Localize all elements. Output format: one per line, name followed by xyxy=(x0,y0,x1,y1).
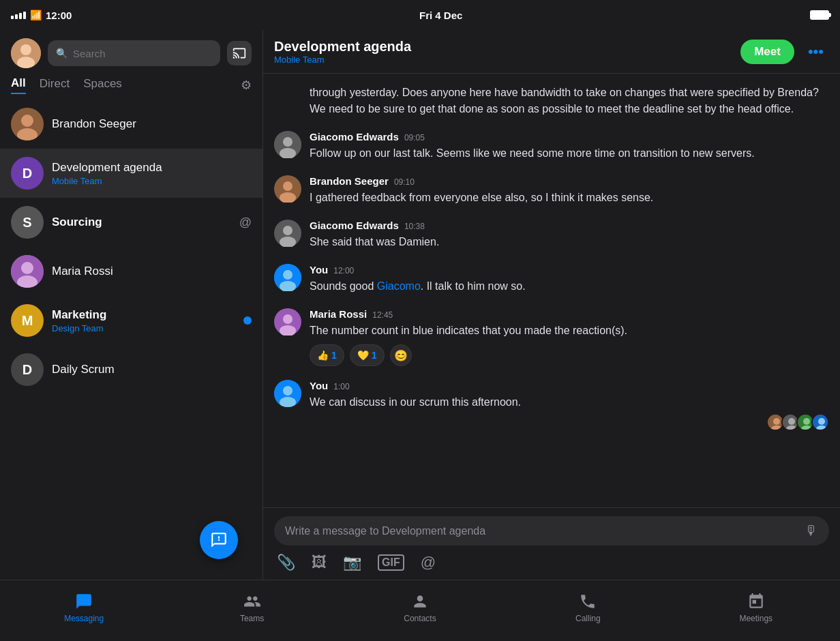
tab-spaces[interactable]: Spaces xyxy=(83,77,122,93)
chat-info-dev-agenda: Development agenda Mobile Team xyxy=(52,161,252,186)
search-input[interactable] xyxy=(73,48,212,59)
meetings-icon xyxy=(747,592,766,611)
chat-header-subtitle: Mobile Team xyxy=(274,55,732,65)
tab-all[interactable]: All xyxy=(11,76,26,94)
chat-info-daily-scrum: Daily Scrum xyxy=(52,363,252,376)
chat-item-marketing[interactable]: M Marketing Design Team xyxy=(0,296,262,345)
avatar-daily-scrum: D xyxy=(11,353,44,386)
at-badge-sourcing: @ xyxy=(239,215,252,230)
svg-point-16 xyxy=(283,226,292,235)
meetings-label: Meetings xyxy=(739,614,772,623)
svg-point-10 xyxy=(283,137,292,147)
message-input-area: Write a message to Development agenda 🎙 … xyxy=(263,507,840,580)
sidebar: 🔍 All Direct Spaces ⚙ xyxy=(0,30,263,580)
svg-point-25 xyxy=(283,386,292,396)
message-input-container[interactable]: Write a message to Development agenda 🎙 xyxy=(274,516,829,546)
message-2: Brandon Seeger 09:10 I gathered feedback… xyxy=(274,175,829,206)
chat-subtitle-dev-agenda: Mobile Team xyxy=(52,176,252,186)
mention-icon[interactable]: @ xyxy=(421,554,436,571)
chat-name-marketing: Marketing xyxy=(52,308,235,322)
search-bar[interactable]: 🔍 xyxy=(48,40,220,66)
svg-point-37 xyxy=(818,418,825,425)
chat-list: Brandon Seeger D Development agenda Mobi… xyxy=(0,100,262,528)
chat-name-brandon: Brandon Seeger xyxy=(52,117,252,131)
reaction-thumbsup[interactable]: 👍 1 xyxy=(310,344,344,366)
nav-calling[interactable]: Calling xyxy=(564,592,612,623)
messaging-label: Messaging xyxy=(64,614,104,623)
svg-point-22 xyxy=(283,314,292,324)
status-left: 📶 12:00 xyxy=(11,10,72,21)
seen-avatar-4 xyxy=(811,413,829,431)
status-date: Fri 4 Dec xyxy=(419,10,462,21)
nav-messaging[interactable]: Messaging xyxy=(60,592,108,623)
reaction-yellow[interactable]: 💛 1 xyxy=(350,344,385,366)
avatar-marketing: M xyxy=(11,304,44,337)
user-avatar[interactable] xyxy=(11,38,41,68)
messaging-icon xyxy=(74,592,93,611)
filter-icon[interactable]: ⚙ xyxy=(241,78,252,93)
message-3: Giacomo Edwards 10:38 She said that was … xyxy=(274,220,829,250)
wifi-icon: 📶 xyxy=(30,10,42,20)
avatar-maria xyxy=(11,255,44,288)
chat-item-brandon[interactable]: Brandon Seeger xyxy=(0,100,262,149)
avatar-maria-5 xyxy=(274,308,301,336)
nav-meetings[interactable]: Meetings xyxy=(732,592,780,623)
contacts-icon xyxy=(410,592,430,611)
gif-icon[interactable]: GIF xyxy=(378,554,404,571)
svg-point-13 xyxy=(283,181,292,191)
more-options-button[interactable]: ••• xyxy=(802,40,829,63)
avatar-sourcing: S xyxy=(11,206,44,239)
message-5: Maria Rossi 12:45 The number count in bl… xyxy=(274,308,829,366)
unread-badge-marketing xyxy=(243,316,252,325)
avatar-giacomo-1 xyxy=(274,131,301,158)
svg-point-1 xyxy=(20,44,31,55)
svg-point-19 xyxy=(283,270,292,280)
chat-item-dev-agenda[interactable]: D Development agenda Mobile Team xyxy=(0,149,262,198)
chat-panel: Development agenda Mobile Team Meet ••• … xyxy=(263,30,840,580)
image-icon[interactable]: 🖼 xyxy=(312,554,327,571)
chat-info-marketing: Marketing Design Team xyxy=(52,308,235,333)
new-chat-fab[interactable] xyxy=(200,521,238,559)
compose-icon xyxy=(210,531,228,549)
attachment-icon[interactable]: 📎 xyxy=(277,554,295,571)
chat-item-maria[interactable]: Maria Rossi xyxy=(0,247,262,296)
msg-content-4: You 12:00 Sounds good Giacomo. Il talk t… xyxy=(310,264,829,295)
avatar-brandon-2 xyxy=(274,175,301,203)
nav-teams[interactable]: Teams xyxy=(228,592,276,623)
avatar-you-6 xyxy=(274,380,301,407)
calling-label: Calling xyxy=(575,614,601,623)
tabs-bar: All Direct Spaces ⚙ xyxy=(0,76,262,100)
camera-icon[interactable]: 📷 xyxy=(343,554,361,571)
search-icon: 🔍 xyxy=(56,48,68,59)
main-content: 🔍 All Direct Spaces ⚙ xyxy=(0,30,840,580)
add-reaction-button[interactable]: 😊 xyxy=(390,344,412,366)
tab-direct[interactable]: Direct xyxy=(40,77,70,93)
meet-button[interactable]: Meet xyxy=(740,40,794,64)
message-6: You 1:00 We can discuss in our scrum thi… xyxy=(274,380,829,431)
message-1: Giacomo Edwards 09:05 Follow up on our l… xyxy=(274,131,829,162)
msg-content-6: You 1:00 We can discuss in our scrum thi… xyxy=(310,380,829,431)
chat-item-daily-scrum[interactable]: D Daily Scrum xyxy=(0,345,262,394)
svg-point-28 xyxy=(773,418,780,425)
chat-header: Development agenda Mobile Team Meet ••• xyxy=(263,30,840,74)
msg-content-1: Giacomo Edwards 09:05 Follow up on our l… xyxy=(310,131,829,162)
bottom-nav: Messaging Teams Contacts Calling xyxy=(0,580,840,641)
chat-name-dev-agenda: Development agenda xyxy=(52,161,252,175)
svg-point-7 xyxy=(21,262,33,274)
teams-label: Teams xyxy=(240,614,264,623)
chat-name-maria: Maria Rossi xyxy=(52,265,252,278)
chat-subtitle-marketing: Design Team xyxy=(52,323,235,333)
message-4: You 12:00 Sounds good Giacomo. Il talk t… xyxy=(274,264,829,295)
avatar-you-4 xyxy=(274,264,301,291)
cast-button[interactable] xyxy=(227,41,252,65)
chat-item-sourcing[interactable]: S Sourcing @ xyxy=(0,198,262,247)
message-placeholder[interactable]: Write a message to Development agenda xyxy=(285,525,805,537)
teams-icon xyxy=(243,592,262,611)
seen-receipts xyxy=(310,413,829,431)
msg-content-5: Maria Rossi 12:45 The number count in bl… xyxy=(310,308,829,366)
status-time: 12:00 xyxy=(46,10,72,21)
chat-header-title: Development agenda xyxy=(274,39,732,55)
avatar-giacomo-3 xyxy=(274,220,301,247)
mic-icon[interactable]: 🎙 xyxy=(805,523,818,539)
nav-contacts[interactable]: Contacts xyxy=(396,592,444,623)
